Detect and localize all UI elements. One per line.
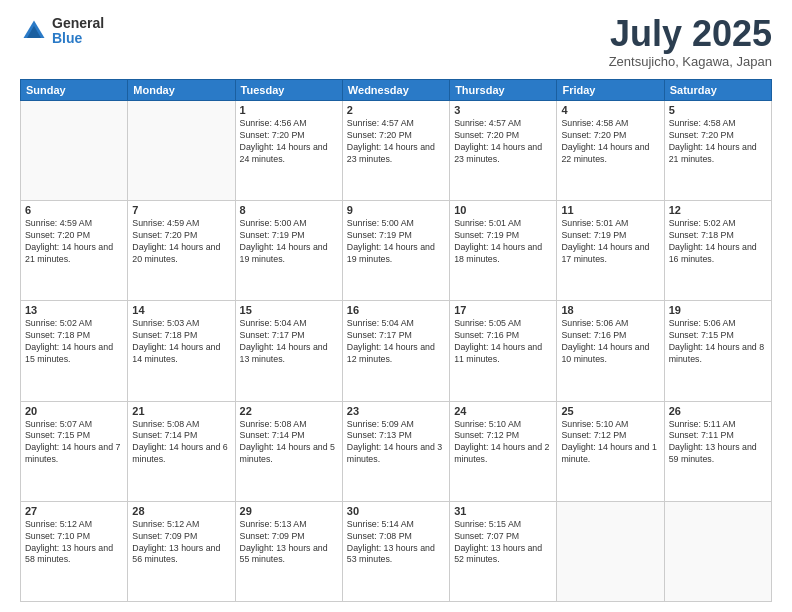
calendar-cell: 7Sunrise: 4:59 AM Sunset: 7:20 PM Daylig… [128, 201, 235, 301]
calendar-week-5: 27Sunrise: 5:12 AM Sunset: 7:10 PM Dayli… [21, 501, 772, 601]
day-number: 3 [454, 104, 552, 116]
day-number: 12 [669, 204, 767, 216]
calendar-cell: 10Sunrise: 5:01 AM Sunset: 7:19 PM Dayli… [450, 201, 557, 301]
logo-icon [20, 17, 48, 45]
calendar-cell: 26Sunrise: 5:11 AM Sunset: 7:11 PM Dayli… [664, 401, 771, 501]
day-info: Sunrise: 5:11 AM Sunset: 7:11 PM Dayligh… [669, 419, 767, 467]
day-info: Sunrise: 5:12 AM Sunset: 7:10 PM Dayligh… [25, 519, 123, 567]
month-title: July 2025 [609, 16, 772, 52]
day-info: Sunrise: 5:10 AM Sunset: 7:12 PM Dayligh… [561, 419, 659, 467]
calendar-week-1: 1Sunrise: 4:56 AM Sunset: 7:20 PM Daylig… [21, 101, 772, 201]
calendar-cell: 14Sunrise: 5:03 AM Sunset: 7:18 PM Dayli… [128, 301, 235, 401]
day-info: Sunrise: 4:56 AM Sunset: 7:20 PM Dayligh… [240, 118, 338, 166]
calendar-cell: 30Sunrise: 5:14 AM Sunset: 7:08 PM Dayli… [342, 501, 449, 601]
calendar-cell [21, 101, 128, 201]
calendar-cell: 21Sunrise: 5:08 AM Sunset: 7:14 PM Dayli… [128, 401, 235, 501]
calendar-header-thursday: Thursday [450, 80, 557, 101]
day-number: 28 [132, 505, 230, 517]
day-info: Sunrise: 5:00 AM Sunset: 7:19 PM Dayligh… [240, 218, 338, 266]
day-info: Sunrise: 5:02 AM Sunset: 7:18 PM Dayligh… [25, 318, 123, 366]
calendar-cell: 25Sunrise: 5:10 AM Sunset: 7:12 PM Dayli… [557, 401, 664, 501]
day-info: Sunrise: 5:02 AM Sunset: 7:18 PM Dayligh… [669, 218, 767, 266]
day-info: Sunrise: 5:10 AM Sunset: 7:12 PM Dayligh… [454, 419, 552, 467]
calendar-cell [664, 501, 771, 601]
calendar-cell: 24Sunrise: 5:10 AM Sunset: 7:12 PM Dayli… [450, 401, 557, 501]
calendar-header-sunday: Sunday [21, 80, 128, 101]
day-info: Sunrise: 5:12 AM Sunset: 7:09 PM Dayligh… [132, 519, 230, 567]
calendar-header-monday: Monday [128, 80, 235, 101]
day-number: 14 [132, 304, 230, 316]
calendar-header-wednesday: Wednesday [342, 80, 449, 101]
calendar-cell: 29Sunrise: 5:13 AM Sunset: 7:09 PM Dayli… [235, 501, 342, 601]
calendar-cell: 27Sunrise: 5:12 AM Sunset: 7:10 PM Dayli… [21, 501, 128, 601]
day-number: 8 [240, 204, 338, 216]
day-info: Sunrise: 5:15 AM Sunset: 7:07 PM Dayligh… [454, 519, 552, 567]
day-number: 10 [454, 204, 552, 216]
day-number: 24 [454, 405, 552, 417]
calendar-cell: 22Sunrise: 5:08 AM Sunset: 7:14 PM Dayli… [235, 401, 342, 501]
logo-general: General [52, 16, 104, 31]
day-number: 29 [240, 505, 338, 517]
title-block: July 2025 Zentsujicho, Kagawa, Japan [609, 16, 772, 69]
calendar-header-tuesday: Tuesday [235, 80, 342, 101]
calendar-cell: 31Sunrise: 5:15 AM Sunset: 7:07 PM Dayli… [450, 501, 557, 601]
day-info: Sunrise: 4:59 AM Sunset: 7:20 PM Dayligh… [25, 218, 123, 266]
day-number: 7 [132, 204, 230, 216]
day-info: Sunrise: 5:07 AM Sunset: 7:15 PM Dayligh… [25, 419, 123, 467]
day-info: Sunrise: 5:06 AM Sunset: 7:16 PM Dayligh… [561, 318, 659, 366]
calendar-cell: 28Sunrise: 5:12 AM Sunset: 7:09 PM Dayli… [128, 501, 235, 601]
calendar-cell: 3Sunrise: 4:57 AM Sunset: 7:20 PM Daylig… [450, 101, 557, 201]
day-info: Sunrise: 5:13 AM Sunset: 7:09 PM Dayligh… [240, 519, 338, 567]
day-number: 22 [240, 405, 338, 417]
day-info: Sunrise: 5:05 AM Sunset: 7:16 PM Dayligh… [454, 318, 552, 366]
day-info: Sunrise: 4:59 AM Sunset: 7:20 PM Dayligh… [132, 218, 230, 266]
day-info: Sunrise: 4:58 AM Sunset: 7:20 PM Dayligh… [669, 118, 767, 166]
day-number: 16 [347, 304, 445, 316]
day-number: 26 [669, 405, 767, 417]
day-number: 13 [25, 304, 123, 316]
calendar-cell: 13Sunrise: 5:02 AM Sunset: 7:18 PM Dayli… [21, 301, 128, 401]
day-info: Sunrise: 4:57 AM Sunset: 7:20 PM Dayligh… [347, 118, 445, 166]
calendar-cell: 23Sunrise: 5:09 AM Sunset: 7:13 PM Dayli… [342, 401, 449, 501]
day-info: Sunrise: 5:06 AM Sunset: 7:15 PM Dayligh… [669, 318, 767, 366]
day-info: Sunrise: 5:14 AM Sunset: 7:08 PM Dayligh… [347, 519, 445, 567]
calendar-header-row: SundayMondayTuesdayWednesdayThursdayFrid… [21, 80, 772, 101]
logo-text: General Blue [52, 16, 104, 47]
day-info: Sunrise: 5:09 AM Sunset: 7:13 PM Dayligh… [347, 419, 445, 467]
calendar-cell [128, 101, 235, 201]
calendar-cell: 2Sunrise: 4:57 AM Sunset: 7:20 PM Daylig… [342, 101, 449, 201]
calendar-week-3: 13Sunrise: 5:02 AM Sunset: 7:18 PM Dayli… [21, 301, 772, 401]
day-number: 4 [561, 104, 659, 116]
calendar-cell: 1Sunrise: 4:56 AM Sunset: 7:20 PM Daylig… [235, 101, 342, 201]
day-number: 18 [561, 304, 659, 316]
logo: General Blue [20, 16, 104, 47]
day-info: Sunrise: 4:58 AM Sunset: 7:20 PM Dayligh… [561, 118, 659, 166]
day-number: 25 [561, 405, 659, 417]
day-number: 31 [454, 505, 552, 517]
calendar-cell: 6Sunrise: 4:59 AM Sunset: 7:20 PM Daylig… [21, 201, 128, 301]
day-info: Sunrise: 5:01 AM Sunset: 7:19 PM Dayligh… [561, 218, 659, 266]
calendar-table: SundayMondayTuesdayWednesdayThursdayFrid… [20, 79, 772, 602]
day-info: Sunrise: 5:01 AM Sunset: 7:19 PM Dayligh… [454, 218, 552, 266]
day-info: Sunrise: 5:00 AM Sunset: 7:19 PM Dayligh… [347, 218, 445, 266]
day-info: Sunrise: 5:08 AM Sunset: 7:14 PM Dayligh… [240, 419, 338, 467]
day-number: 21 [132, 405, 230, 417]
day-info: Sunrise: 5:03 AM Sunset: 7:18 PM Dayligh… [132, 318, 230, 366]
day-info: Sunrise: 4:57 AM Sunset: 7:20 PM Dayligh… [454, 118, 552, 166]
day-info: Sunrise: 5:08 AM Sunset: 7:14 PM Dayligh… [132, 419, 230, 467]
day-number: 19 [669, 304, 767, 316]
calendar-cell: 18Sunrise: 5:06 AM Sunset: 7:16 PM Dayli… [557, 301, 664, 401]
day-info: Sunrise: 5:04 AM Sunset: 7:17 PM Dayligh… [240, 318, 338, 366]
calendar-cell: 9Sunrise: 5:00 AM Sunset: 7:19 PM Daylig… [342, 201, 449, 301]
day-number: 20 [25, 405, 123, 417]
calendar-cell: 20Sunrise: 5:07 AM Sunset: 7:15 PM Dayli… [21, 401, 128, 501]
calendar-cell: 4Sunrise: 4:58 AM Sunset: 7:20 PM Daylig… [557, 101, 664, 201]
page: General Blue July 2025 Zentsujicho, Kaga… [0, 0, 792, 612]
calendar-cell: 8Sunrise: 5:00 AM Sunset: 7:19 PM Daylig… [235, 201, 342, 301]
location: Zentsujicho, Kagawa, Japan [609, 54, 772, 69]
day-number: 5 [669, 104, 767, 116]
day-number: 11 [561, 204, 659, 216]
calendar-cell: 17Sunrise: 5:05 AM Sunset: 7:16 PM Dayli… [450, 301, 557, 401]
day-number: 23 [347, 405, 445, 417]
day-number: 15 [240, 304, 338, 316]
